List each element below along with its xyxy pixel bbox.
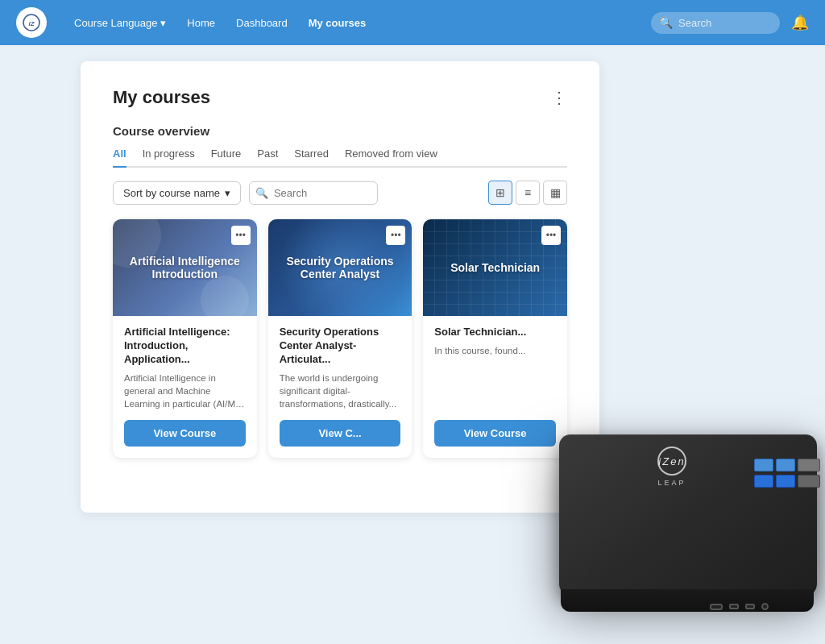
- nav-search-wrapper: 🔍: [651, 12, 780, 34]
- search-icon: 🔍: [255, 187, 268, 199]
- nav-my-courses[interactable]: My courses: [301, 12, 375, 34]
- main-background: My courses ⋮ Course overview All In prog…: [0, 45, 825, 644]
- course-tabs: All In progress Future Past Starred Remo…: [113, 147, 567, 168]
- course-description-ai: Artificial Intelligence in general and M…: [124, 372, 246, 410]
- nav-home[interactable]: Home: [179, 12, 223, 34]
- navbar: iZ Course Language ▾ Home Dashboard My c…: [0, 0, 825, 45]
- toolbar: Sort by course name ▾ 🔍 ⊞ ≡ ▦: [113, 181, 567, 205]
- card-title-ai: Artificial Intelligence Introduction: [113, 247, 257, 289]
- usb-a-port-4: [776, 475, 795, 488]
- view-icons: ⊞ ≡ ▦: [488, 181, 567, 205]
- usb-c-port: [710, 604, 723, 610]
- list-view-icon[interactable]: ≡: [516, 181, 540, 205]
- tab-future[interactable]: Future: [211, 147, 242, 168]
- card-menu-button-soc[interactable]: •••: [386, 226, 405, 245]
- card-body-ai: Artificial Intelligence: Introduction, A…: [113, 316, 257, 458]
- notification-bell-icon[interactable]: 🔔: [791, 14, 809, 31]
- table-view-icon[interactable]: ▦: [543, 181, 567, 205]
- card-image-soc: ••• Security Operations Center Analyst: [268, 219, 412, 316]
- logo-circle: iZen: [657, 447, 686, 476]
- card-image-ai: ••• Artificial Intelligence Introduction: [113, 219, 257, 316]
- search-wrapper: 🔍: [249, 181, 378, 205]
- course-title-solar: Solar Technician...: [434, 326, 556, 339]
- device-logo: iZen LEAP: [640, 434, 704, 499]
- card-menu-button-ai[interactable]: •••: [231, 226, 251, 245]
- card-body-soc: Security Operations Center Analyst-Artic…: [268, 316, 412, 458]
- card-title-soc: Security Operations Center Analyst: [268, 247, 412, 289]
- audio-jack: [761, 603, 769, 610]
- usb-a-port-3: [754, 475, 773, 488]
- course-title-soc: Security Operations Center Analyst-Artic…: [280, 326, 401, 367]
- section-title: Course overview: [113, 124, 567, 138]
- card-body-solar: Solar Technician... In this course, foun…: [423, 316, 567, 458]
- device-product-name: LEAP: [657, 479, 686, 487]
- mini-hdmi-2: [745, 604, 755, 609]
- nav-search-input[interactable]: [651, 12, 780, 34]
- courses-grid: ••• Artificial Intelligence Introduction…: [113, 219, 567, 458]
- tab-all[interactable]: All: [113, 147, 126, 168]
- tab-starred[interactable]: Starred: [294, 147, 329, 168]
- logo[interactable]: iZ: [16, 7, 47, 38]
- page-panel: My courses ⋮ Course overview All In prog…: [81, 61, 599, 513]
- page-header: My courses ⋮: [113, 87, 567, 108]
- course-card-solar: ••• Solar Technician Solar Technician...…: [423, 219, 567, 458]
- card-image-solar: ••• Solar Technician: [423, 219, 567, 316]
- course-description-soc: The world is undergoing significant digi…: [280, 372, 401, 410]
- tab-in-progress[interactable]: In progress: [143, 147, 195, 168]
- course-card-soc: ••• Security Operations Center Analyst S…: [268, 219, 412, 458]
- grid-view-icon[interactable]: ⊞: [488, 181, 512, 205]
- ethernet-port-2: [798, 475, 820, 488]
- nav-right: 🔍 🔔: [651, 12, 809, 34]
- device-bottom: [561, 589, 814, 612]
- view-course-button-ai[interactable]: View Course: [124, 420, 246, 447]
- tab-past[interactable]: Past: [257, 147, 278, 168]
- usb-a-port-2: [776, 459, 795, 472]
- right-ports: [754, 459, 820, 488]
- bottom-ports: [710, 603, 769, 610]
- view-course-button-solar[interactable]: View Course: [434, 420, 556, 447]
- card-title-solar: Solar Technician: [442, 253, 548, 282]
- card-menu-button-solar[interactable]: •••: [541, 226, 561, 245]
- course-card-ai: ••• Artificial Intelligence Introduction…: [113, 219, 257, 458]
- page-menu-icon[interactable]: ⋮: [551, 88, 567, 107]
- sort-dropdown[interactable]: Sort by course name ▾: [113, 181, 241, 205]
- ethernet-port: [798, 459, 820, 472]
- svg-text:iZ: iZ: [28, 20, 35, 27]
- tab-removed-from-view[interactable]: Removed from view: [345, 147, 437, 168]
- nav-dashboard[interactable]: Dashboard: [228, 12, 296, 34]
- nav-course-language[interactable]: Course Language ▾: [66, 12, 174, 34]
- mini-hdmi-1: [729, 604, 739, 609]
- page-title: My courses: [113, 87, 210, 108]
- usb-a-port-1: [754, 459, 773, 472]
- course-title-ai: Artificial Intelligence: Introduction, A…: [124, 326, 246, 367]
- course-description-solar: In this course, found...: [434, 344, 556, 410]
- view-course-button-soc[interactable]: View C...: [280, 420, 401, 447]
- nav-links: Course Language ▾ Home Dashboard My cour…: [66, 12, 632, 34]
